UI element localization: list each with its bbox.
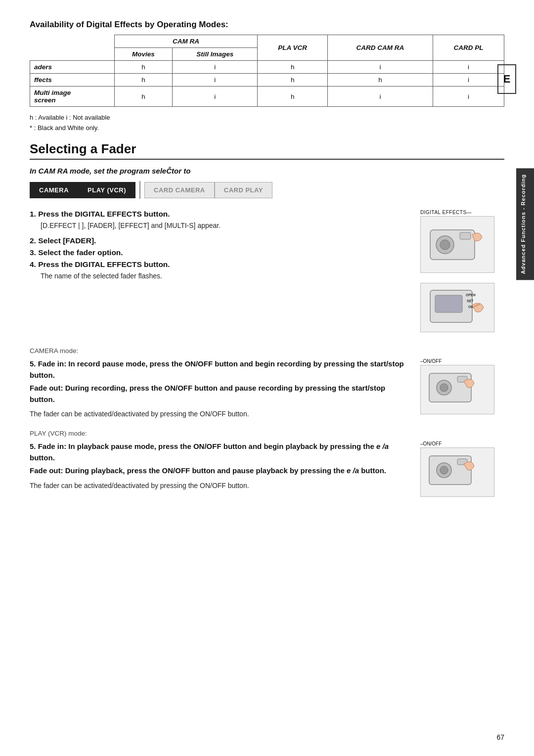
digital-effects-label: DIGITAL EFFECTS— bbox=[420, 210, 494, 215]
step-5-play-image-col: –ON/OFF bbox=[420, 441, 504, 507]
step-3-heading: 3. Select the fader option. bbox=[30, 248, 405, 257]
step-5-camera-content: 5. Fade in: In record pause mode, press … bbox=[30, 358, 405, 425]
onoff-camera-icon bbox=[425, 367, 490, 412]
step-5-play-fade-in: 5. Fade in: In playback pause mode, pres… bbox=[30, 441, 405, 463]
select-set-image-container: OPEN SET OK bbox=[420, 283, 494, 342]
col-header-card-play: CARD PL bbox=[433, 35, 504, 61]
table-row: aders h i h i i bbox=[30, 61, 504, 74]
step-5-camera-fade-out: Fade out: During recording, press the ON… bbox=[30, 383, 405, 405]
svg-rect-5 bbox=[435, 295, 462, 312]
step-5-play-image bbox=[420, 447, 494, 497]
e-label: E bbox=[503, 73, 511, 86]
step-4-heading: 4. Press the DIGITAL EFFECTS button. bbox=[30, 260, 405, 269]
availability-table: CAM RA PLA VCR CARD CAM RA CARD PL Movie… bbox=[30, 35, 504, 107]
table-note-2: * : Black and White only. bbox=[30, 124, 504, 132]
camera-mode-label: CAMERA mode: bbox=[30, 347, 504, 355]
step-5-play-note: The fader can be activated/deactivated b… bbox=[30, 482, 405, 489]
step-5-camera-note: The fader can be activated/deactivated b… bbox=[30, 410, 405, 418]
col-header-card-camera: CARD CAM RA bbox=[328, 35, 433, 61]
table-row: ffects h i h h i bbox=[30, 74, 504, 87]
onoff-label-camera: –ON/OFF bbox=[420, 358, 442, 364]
col-header-play-vcr: PLA VCR bbox=[258, 35, 328, 61]
step-2: 2. Select [FADER]. bbox=[30, 236, 405, 245]
page-number: 67 bbox=[496, 733, 504, 741]
step-1-heading: 1. Press the DIGITAL EFFECTS button. bbox=[30, 210, 405, 219]
digital-effects-image-container: DIGITAL EFFECTS— bbox=[420, 210, 494, 283]
steps-1-4-section: 1. Press the DIGITAL EFFECTS button. [D.… bbox=[30, 210, 504, 342]
svg-text:OPEN: OPEN bbox=[466, 293, 476, 297]
step-5-play-fade-out: Fade out: During playback, press the ON/… bbox=[30, 465, 405, 477]
italic-heading: In CAM RA mode, set the program seleĈtor… bbox=[30, 167, 504, 175]
e-box: E bbox=[497, 64, 516, 94]
play-vcr-mode-label: PLAY (VCR) mode: bbox=[30, 430, 504, 437]
play-vcr-mode-button[interactable]: PLAY (VCR) bbox=[78, 182, 135, 198]
svg-text:SET: SET bbox=[467, 299, 474, 303]
step-5-camera-section: 5. Fade in: In record pause mode, press … bbox=[30, 358, 504, 425]
card-camera-mode-button[interactable]: CARD CAMERA bbox=[144, 182, 215, 198]
step-5-play-section: 5. Fade in: In playback pause mode, pres… bbox=[30, 441, 504, 507]
side-tab: Advanced Functions - Recording bbox=[516, 168, 534, 280]
step-4-detail: The name of the selected fader flashes. bbox=[41, 272, 405, 280]
svg-point-2 bbox=[440, 240, 450, 250]
selecting-fader-title: Selecting a Fader bbox=[30, 141, 504, 160]
step-4: 4. Press the DIGITAL EFFECTS button. The… bbox=[30, 260, 405, 280]
step-3: 3. Select the fader option. bbox=[30, 248, 405, 257]
svg-rect-3 bbox=[460, 232, 471, 239]
step-5-camera-fade-in: 5. Fade in: In record pause mode, press … bbox=[30, 358, 405, 381]
step-1: 1. Press the DIGITAL EFFECTS button. [D.… bbox=[30, 210, 405, 229]
step-5-camera-image bbox=[420, 365, 494, 414]
page-container: E Availability of Digital Effects by Ope… bbox=[0, 0, 534, 756]
card-play-mode-button[interactable]: CARD PLAY bbox=[215, 182, 272, 198]
step-2-heading: 2. Select [FADER]. bbox=[30, 236, 405, 245]
col-sub-movies: Movies bbox=[114, 48, 172, 61]
onoff-play-icon bbox=[425, 450, 490, 494]
mode-separator bbox=[139, 181, 140, 199]
step-1-detail: [D.EFFECT | ], [FADER], [EFFECT] and [MU… bbox=[41, 222, 405, 229]
camera-mode-button[interactable]: CAMERA bbox=[30, 182, 78, 198]
mode-buttons: CAMERA PLAY (VCR) CARD CAMERA CARD PLAY bbox=[30, 181, 504, 199]
steps-column: 1. Press the DIGITAL EFFECTS button. [D.… bbox=[30, 210, 405, 287]
svg-point-11 bbox=[440, 384, 448, 392]
step-5-camera-image-col: –ON/OFF bbox=[420, 358, 504, 424]
image-column: DIGITAL EFFECTS— bbox=[420, 210, 504, 342]
svg-point-15 bbox=[440, 466, 448, 474]
side-tab-text: Advanced Functions - Recording bbox=[520, 174, 526, 274]
select-set-icon: OPEN SET OK bbox=[425, 285, 490, 330]
col-sub-still: Still Images bbox=[173, 48, 258, 61]
table-row: Multi imagescreen h i h i i bbox=[30, 87, 504, 107]
onoff-label-play: –ON/OFF bbox=[420, 441, 442, 446]
digital-effects-icon bbox=[425, 220, 490, 269]
digital-effects-image bbox=[420, 216, 494, 273]
step-5-play-content: 5. Fade in: In playback pause mode, pres… bbox=[30, 441, 405, 496]
table-note-1: h : Available i : Not available bbox=[30, 114, 504, 121]
select-set-image: OPEN SET OK bbox=[420, 283, 494, 332]
section-heading: Availability of Digital Effects by Opera… bbox=[30, 20, 504, 30]
col-header-camera: CAM RA bbox=[114, 35, 258, 48]
